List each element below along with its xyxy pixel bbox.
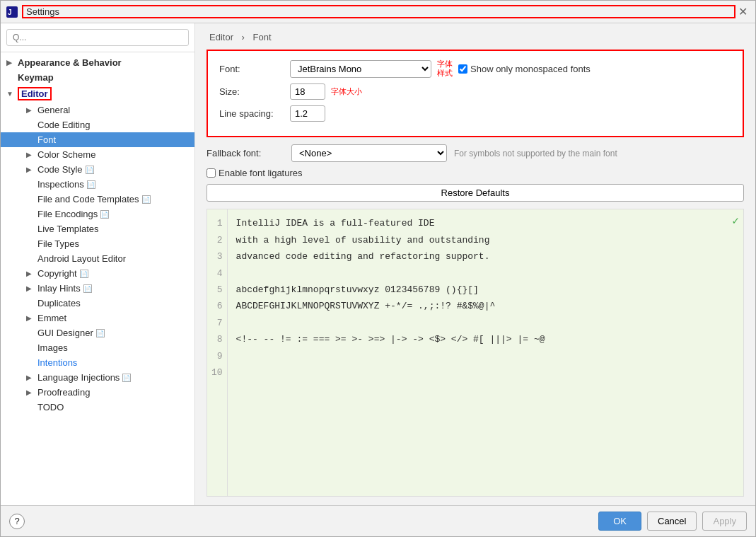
sidebar-label: Duplicates: [37, 298, 81, 308]
search-input[interactable]: [6, 29, 189, 46]
sidebar-item-emmet[interactable]: ▶ Emmet: [1, 311, 194, 325]
page-icon: 📄: [83, 284, 92, 293]
sidebar-item-code-editing[interactable]: Code Editing: [1, 117, 194, 132]
sidebar-item-gui-designer[interactable]: GUI Designer 📄: [1, 325, 194, 340]
title-bar: J Settings ✕: [1, 1, 755, 23]
sidebar-label: Copyright: [37, 268, 77, 279]
expand-icon: ▼: [6, 90, 15, 98]
sidebar-label: Code Editing: [37, 120, 90, 130]
sidebar-item-file-types[interactable]: File Types: [1, 236, 194, 251]
expand-icon: ▶: [26, 284, 35, 292]
expand-icon: ▶: [26, 106, 35, 114]
sidebar-label: Editor: [18, 87, 52, 100]
expand-icon: ▶: [26, 151, 35, 158]
sidebar-label: Color Scheme: [37, 149, 95, 160]
search-box: [1, 23, 194, 52]
fallback-row: Fallback font: <None> For symbols not su…: [207, 144, 744, 162]
close-button[interactable]: ✕: [735, 5, 750, 19]
sidebar-label: Images: [37, 342, 68, 353]
breadcrumb-part1: Editor: [209, 32, 233, 42]
ligatures-checkbox[interactable]: [207, 168, 216, 178]
sidebar-item-inspections[interactable]: Inspections 📄: [1, 177, 194, 192]
sidebar-label: File Encodings: [37, 209, 98, 219]
size-input[interactable]: [290, 83, 325, 100]
expand-icon: ▶: [26, 314, 35, 322]
line-spacing-input[interactable]: [290, 105, 325, 122]
apply-button[interactable]: Apply: [702, 512, 747, 531]
line-num: 7: [211, 315, 223, 331]
cancel-button[interactable]: Cancel: [647, 512, 697, 531]
sidebar-item-proofreading[interactable]: ▶ Proofreading: [1, 385, 194, 400]
sidebar-item-images[interactable]: Images: [1, 340, 194, 355]
expand-icon: ▶: [26, 374, 35, 381]
expand-icon: ▶: [26, 270, 35, 277]
sidebar-item-file-code-templates[interactable]: File and Code Templates 📄: [1, 192, 194, 207]
main-content: ▶ Appearance & Behavior Keymap ▼ Editor …: [1, 23, 755, 505]
breadcrumb-separator: ›: [242, 32, 245, 42]
show-mono-text: Show only monospaced fonts: [470, 64, 591, 74]
sidebar: ▶ Appearance & Behavior Keymap ▼ Editor …: [1, 23, 195, 505]
line-num: 3: [211, 248, 223, 265]
restore-defaults-button[interactable]: Restore Defaults: [207, 184, 744, 202]
line-num: 1: [211, 215, 223, 231]
sidebar-item-android-layout[interactable]: Android Layout Editor: [1, 251, 194, 266]
sidebar-label: Inlay Hints: [37, 283, 81, 294]
sidebar-label: Emmet: [37, 313, 66, 323]
font-settings-box: Font: JetBrains Mono 字体 样式 Show only mon…: [207, 50, 744, 137]
breadcrumb: Editor › Font: [207, 32, 744, 42]
sidebar-label: Intentions: [37, 357, 77, 368]
sidebar-item-editor[interactable]: ▼ Editor: [1, 85, 194, 103]
preview-content: 1 2 3 4 5 6 7 8 9 10 IntelliJ IDEA is a …: [207, 209, 743, 496]
size-row: Size: 字体大小: [219, 83, 731, 100]
preview-box: ✓ 1 2 3 4 5 6 7 8 9 10 IntelliJ IDEA is: [207, 209, 744, 497]
sidebar-label: Font: [37, 134, 56, 145]
sidebar-item-file-encodings[interactable]: File Encodings 📄: [1, 207, 194, 221]
code-preview: IntelliJ IDEA is a full-featured IDE wit…: [228, 209, 554, 496]
settings-dialog: J Settings ✕ ▶ Appearance & Behavior Key…: [0, 0, 756, 537]
sidebar-label: Live Templates: [37, 224, 98, 234]
size-annotation: 字体大小: [331, 86, 362, 97]
sidebar-item-appearance[interactable]: ▶ Appearance & Behavior: [1, 55, 194, 70]
sidebar-item-language-injections[interactable]: ▶ Language Injections 📄: [1, 370, 194, 385]
sidebar-label: Language Injections: [37, 372, 120, 383]
sidebar-item-font[interactable]: Font: [1, 132, 194, 147]
sidebar-item-code-style[interactable]: ▶ Code Style 📄: [1, 162, 194, 177]
page-icon: 📄: [87, 180, 95, 189]
ok-button[interactable]: OK: [598, 512, 641, 531]
ligatures-text: Enable font ligatures: [219, 168, 303, 178]
line-num: 8: [211, 331, 223, 347]
line-num: 4: [211, 265, 223, 282]
expand-icon: ▶: [6, 59, 15, 67]
ligatures-label[interactable]: Enable font ligatures: [207, 168, 303, 178]
fallback-note: For symbols not supported by the main fo…: [454, 149, 617, 158]
fallback-label: Fallback font:: [207, 148, 291, 158]
sidebar-item-inlay-hints[interactable]: ▶ Inlay Hints 📄: [1, 281, 194, 296]
line-num: 10: [211, 364, 223, 381]
sidebar-item-general[interactable]: ▶ General: [1, 103, 194, 117]
sidebar-item-todo[interactable]: TODO: [1, 400, 194, 415]
tree-container: ▶ Appearance & Behavior Keymap ▼ Editor …: [1, 52, 194, 505]
sidebar-item-live-templates[interactable]: Live Templates: [1, 221, 194, 236]
sidebar-item-color-scheme[interactable]: ▶ Color Scheme: [1, 147, 194, 162]
sidebar-label: Code Style: [37, 164, 83, 175]
sidebar-item-keymap[interactable]: Keymap: [1, 70, 194, 85]
show-mono-checkbox[interactable]: [458, 64, 467, 74]
sidebar-item-intentions[interactable]: Intentions: [1, 355, 194, 370]
font-annotation: 字体 样式: [437, 59, 453, 78]
font-row: Font: JetBrains Mono 字体 样式 Show only mon…: [219, 59, 731, 78]
sidebar-label: Proofreading: [37, 387, 90, 398]
sidebar-label: Inspections: [37, 179, 84, 190]
fallback-select[interactable]: <None>: [291, 144, 447, 162]
sidebar-item-duplicates[interactable]: Duplicates: [1, 296, 194, 311]
sidebar-label: Appearance & Behavior: [18, 57, 122, 68]
line-numbers: 1 2 3 4 5 6 7 8 9 10: [207, 209, 228, 496]
sidebar-label: File and Code Templates: [37, 194, 139, 204]
sidebar-item-copyright[interactable]: ▶ Copyright 📄: [1, 266, 194, 281]
bottom-bar: ? OK Cancel Apply: [1, 505, 755, 536]
sidebar-label: General: [37, 105, 70, 115]
ligatures-row: Enable font ligatures: [207, 168, 744, 178]
font-select[interactable]: JetBrains Mono: [290, 60, 431, 78]
show-mono-label[interactable]: Show only monospaced fonts: [458, 64, 591, 74]
page-icon: 📄: [122, 374, 131, 382]
help-button[interactable]: ?: [9, 514, 25, 529]
